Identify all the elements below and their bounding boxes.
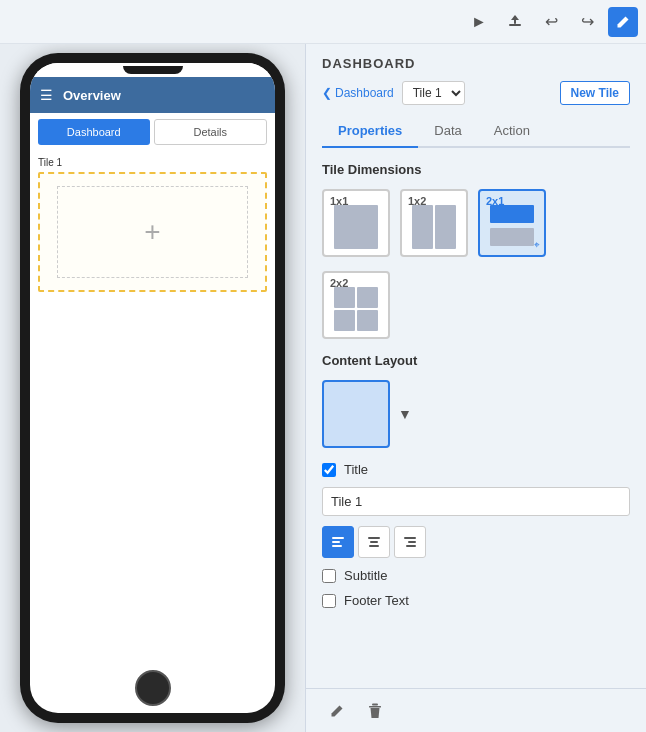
panel-footer bbox=[306, 688, 646, 732]
dim-cell-top bbox=[490, 205, 534, 223]
tile-inner: + bbox=[57, 186, 248, 279]
title-checkbox-label: Title bbox=[344, 462, 368, 477]
redo-button[interactable]: ↪ bbox=[572, 7, 602, 37]
footer-text-checkbox[interactable] bbox=[322, 594, 336, 608]
align-buttons bbox=[322, 526, 630, 558]
align-left-button[interactable] bbox=[322, 526, 354, 558]
panel-body: Tile Dimensions 1x1 1x2 bbox=[306, 148, 646, 632]
dim-label-1x1: 1x1 bbox=[330, 195, 348, 207]
phone-mockup: ☰ Overview Dashboard Details Tile 1 + bbox=[20, 53, 285, 723]
hamburger-icon[interactable]: ☰ bbox=[40, 87, 53, 103]
svg-rect-5 bbox=[332, 545, 342, 547]
tile-dimensions-grid-2: 2x2 bbox=[322, 271, 630, 339]
play-button[interactable]: ► bbox=[464, 7, 494, 37]
dim-label-1x2: 1x2 bbox=[408, 195, 426, 207]
subtitle-checkbox[interactable] bbox=[322, 569, 336, 583]
right-panel: DASHBOARD ❮ Dashboard Tile 1 New Tile Pr… bbox=[305, 44, 646, 732]
phone-notch bbox=[123, 66, 183, 74]
tab-data[interactable]: Data bbox=[418, 115, 477, 148]
tile-select[interactable]: Tile 1 bbox=[402, 81, 465, 105]
svg-rect-11 bbox=[406, 545, 416, 547]
phone-tab-details[interactable]: Details bbox=[154, 119, 268, 145]
breadcrumb-back-button[interactable]: ❮ Dashboard bbox=[322, 86, 394, 100]
svg-marker-2 bbox=[511, 15, 519, 20]
dim-grid-1x2 bbox=[412, 205, 456, 249]
align-center-button[interactable] bbox=[358, 526, 390, 558]
panel-tabs: Properties Data Action bbox=[322, 115, 630, 148]
phone-nav-title: Overview bbox=[63, 88, 121, 103]
edit-button[interactable] bbox=[608, 7, 638, 37]
phone-tab-dashboard[interactable]: Dashboard bbox=[38, 119, 150, 145]
phone-nav: ☰ Overview bbox=[30, 77, 275, 113]
export-button[interactable] bbox=[500, 7, 530, 37]
dim-cell bbox=[357, 287, 378, 308]
tile-label: Tile 1 bbox=[38, 157, 267, 168]
dim-cell bbox=[412, 205, 433, 249]
dim-option-1x2[interactable]: 1x2 bbox=[400, 189, 468, 257]
phone-status-bar bbox=[30, 63, 275, 77]
dim-grid-2x1 bbox=[490, 205, 534, 249]
content-layout-section: Content Layout ▼ bbox=[322, 353, 630, 448]
dim-option-1x1[interactable]: 1x1 bbox=[322, 189, 390, 257]
layout-picker: ▼ bbox=[322, 380, 630, 448]
dim-cell bbox=[334, 205, 378, 249]
layout-dropdown-button[interactable]: ▼ bbox=[398, 406, 412, 422]
tile-dimensions-grid: 1x1 1x2 2x1 bbox=[322, 189, 630, 257]
svg-rect-4 bbox=[332, 541, 340, 543]
home-button[interactable] bbox=[135, 670, 171, 706]
tab-action[interactable]: Action bbox=[478, 115, 546, 148]
tile-dimensions-title: Tile Dimensions bbox=[322, 162, 630, 177]
svg-rect-0 bbox=[509, 24, 521, 26]
dim-label-2x2: 2x2 bbox=[330, 277, 348, 289]
dim-option-2x1[interactable]: 2x1 ⌖ bbox=[478, 189, 546, 257]
panel-header: DASHBOARD ❮ Dashboard Tile 1 New Tile Pr… bbox=[306, 44, 646, 148]
title-checkbox-row: Title bbox=[322, 462, 630, 477]
svg-rect-12 bbox=[369, 706, 381, 708]
dim-cell bbox=[334, 310, 355, 331]
panel-title: DASHBOARD bbox=[322, 56, 630, 71]
footer-edit-button[interactable] bbox=[322, 696, 352, 726]
breadcrumb-label: Dashboard bbox=[335, 86, 394, 100]
cursor-indicator: ⌖ bbox=[534, 239, 540, 251]
svg-rect-9 bbox=[404, 537, 416, 539]
align-right-button[interactable] bbox=[394, 526, 426, 558]
tab-properties[interactable]: Properties bbox=[322, 115, 418, 148]
subtitle-checkbox-row: Subtitle bbox=[322, 568, 630, 583]
phone-content: Tile 1 + bbox=[30, 151, 275, 663]
dim-cell-bottom bbox=[490, 228, 534, 246]
phone-tabs: Dashboard Details bbox=[30, 113, 275, 151]
dim-grid-2x2 bbox=[334, 287, 378, 331]
footer-text-checkbox-label: Footer Text bbox=[344, 593, 409, 608]
dim-cell bbox=[357, 310, 378, 331]
svg-rect-8 bbox=[369, 545, 379, 547]
tile-container[interactable]: + bbox=[38, 172, 267, 292]
undo-button[interactable]: ↩ bbox=[536, 7, 566, 37]
title-input[interactable] bbox=[322, 487, 630, 516]
footer-delete-button[interactable] bbox=[360, 696, 390, 726]
new-tile-button[interactable]: New Tile bbox=[560, 81, 630, 105]
dim-grid-1x1 bbox=[334, 205, 378, 249]
phone-area: ☰ Overview Dashboard Details Tile 1 + bbox=[0, 44, 305, 732]
dim-cell bbox=[435, 205, 456, 249]
content-layout-title: Content Layout bbox=[322, 353, 630, 368]
layout-preview[interactable] bbox=[322, 380, 390, 448]
svg-rect-6 bbox=[368, 537, 380, 539]
main-area: ☰ Overview Dashboard Details Tile 1 + bbox=[0, 44, 646, 732]
add-icon: + bbox=[144, 216, 160, 248]
footer-checkbox-row: Footer Text bbox=[322, 593, 630, 608]
dim-label-2x1: 2x1 bbox=[486, 195, 504, 207]
svg-rect-13 bbox=[372, 703, 378, 705]
svg-rect-7 bbox=[370, 541, 378, 543]
panel-breadcrumb: ❮ Dashboard Tile 1 New Tile bbox=[322, 81, 630, 105]
panel-scroll-wrapper: Tile Dimensions 1x1 1x2 bbox=[306, 148, 646, 688]
dim-option-2x2[interactable]: 2x2 bbox=[322, 271, 390, 339]
phone-bottom bbox=[30, 663, 275, 713]
toolbar: ► ↩ ↪ bbox=[0, 0, 646, 44]
phone-screen: ☰ Overview Dashboard Details Tile 1 + bbox=[30, 63, 275, 713]
chevron-left-icon: ❮ bbox=[322, 86, 332, 100]
title-checkbox[interactable] bbox=[322, 463, 336, 477]
svg-rect-3 bbox=[332, 537, 344, 539]
dim-cell bbox=[334, 287, 355, 308]
svg-rect-10 bbox=[408, 541, 416, 543]
subtitle-checkbox-label: Subtitle bbox=[344, 568, 387, 583]
